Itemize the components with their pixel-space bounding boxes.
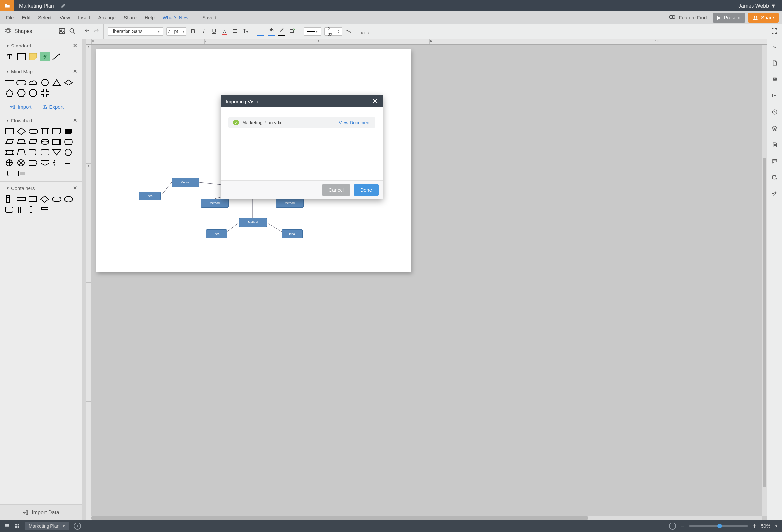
text-style-button[interactable]: T▾ xyxy=(242,28,249,35)
shape[interactable] xyxy=(5,127,14,136)
fill-bucket-button[interactable] xyxy=(268,27,275,36)
shape[interactable] xyxy=(64,138,73,146)
underline-button[interactable]: U xyxy=(210,28,218,35)
section-containers[interactable]: ▼ Containers ✕ xyxy=(0,182,82,193)
menu-edit[interactable]: Edit xyxy=(18,15,34,20)
share-button[interactable]: Share xyxy=(748,13,779,23)
shape[interactable] xyxy=(52,148,62,157)
cancel-button[interactable]: Cancel xyxy=(322,184,350,196)
shape[interactable] xyxy=(16,148,26,157)
layers-icon[interactable] xyxy=(771,124,779,132)
menu-share[interactable]: Share xyxy=(120,15,141,20)
shape[interactable] xyxy=(40,148,50,157)
shape[interactable] xyxy=(52,195,62,203)
connector-button[interactable] xyxy=(346,28,353,35)
theme-icon[interactable] xyxy=(771,141,779,149)
gear-icon[interactable] xyxy=(4,28,11,36)
shape[interactable] xyxy=(40,205,50,214)
menu-insert[interactable]: Insert xyxy=(74,15,95,20)
shape[interactable] xyxy=(40,127,50,136)
page-tab[interactable]: Marketing Plan ▼ xyxy=(25,522,69,530)
note-shape[interactable] xyxy=(28,52,38,61)
menu-select[interactable]: Select xyxy=(34,15,56,20)
present-button[interactable]: ▶ Present xyxy=(713,13,745,23)
import-button[interactable]: Import xyxy=(10,104,32,110)
shape[interactable] xyxy=(52,138,62,146)
done-button[interactable]: Done xyxy=(354,184,379,196)
shape[interactable] xyxy=(52,158,62,167)
shape[interactable] xyxy=(52,78,62,87)
presentation-icon[interactable] xyxy=(771,92,779,100)
more-icon[interactable]: ⋯ xyxy=(365,24,372,31)
text-color-button[interactable]: A xyxy=(221,29,228,34)
shape[interactable] xyxy=(28,195,38,203)
zoom-out-button[interactable]: − xyxy=(681,523,685,530)
add-page-button[interactable]: + xyxy=(74,523,81,530)
shape[interactable] xyxy=(5,158,14,167)
shape[interactable] xyxy=(5,138,14,146)
section-mindmap[interactable]: ▼ Mind Map ✕ xyxy=(0,65,82,76)
block-shape[interactable] xyxy=(16,52,26,61)
shape[interactable] xyxy=(16,205,26,214)
image-icon[interactable] xyxy=(58,28,66,36)
menu-arrange[interactable]: Arrange xyxy=(95,15,120,20)
line-color-button[interactable] xyxy=(278,27,285,36)
shape[interactable] xyxy=(16,127,26,136)
shape[interactable] xyxy=(5,89,14,97)
font-select[interactable]: Liberation Sans▼ xyxy=(107,27,163,36)
grid-view-icon[interactable] xyxy=(14,523,20,530)
shape[interactable] xyxy=(28,127,38,136)
panel-resize-handle[interactable] xyxy=(82,39,86,520)
magic-icon[interactable] xyxy=(771,190,779,198)
document-icon[interactable] xyxy=(771,59,779,67)
shape[interactable] xyxy=(5,78,14,87)
shape[interactable] xyxy=(16,169,26,178)
italic-button[interactable]: I xyxy=(200,28,207,35)
bold-button[interactable]: B xyxy=(189,28,197,35)
section-flowchart[interactable]: ▼ Flowchart ✕ xyxy=(0,114,82,125)
shape[interactable] xyxy=(28,148,38,157)
fullscreen-button[interactable] xyxy=(771,28,778,36)
redo-button[interactable] xyxy=(94,28,99,35)
hotspot-shape[interactable] xyxy=(40,52,50,61)
shape[interactable] xyxy=(40,138,50,146)
text-shape[interactable]: T xyxy=(5,52,14,61)
shape[interactable] xyxy=(64,195,73,203)
rename-icon[interactable] xyxy=(59,2,69,9)
data-icon[interactable] xyxy=(771,174,779,182)
user-menu[interactable]: James Webb ▼ xyxy=(733,3,782,9)
shape[interactable] xyxy=(16,195,26,203)
shape[interactable] xyxy=(16,89,26,97)
shape[interactable] xyxy=(5,148,14,157)
shape[interactable] xyxy=(64,78,73,87)
search-icon[interactable] xyxy=(69,28,76,36)
fill-shape-button[interactable] xyxy=(257,27,264,36)
shape[interactable] xyxy=(64,158,73,167)
history-icon[interactable] xyxy=(771,108,779,116)
shape[interactable] xyxy=(28,205,38,214)
export-button[interactable]: Export xyxy=(42,104,64,110)
shape[interactable] xyxy=(64,127,73,136)
shape[interactable] xyxy=(28,138,38,146)
undo-button[interactable] xyxy=(84,28,90,35)
whats-new-link[interactable]: What's New xyxy=(158,15,193,20)
menu-file[interactable]: File xyxy=(2,15,18,20)
shape[interactable] xyxy=(40,89,50,97)
shape[interactable] xyxy=(28,89,38,97)
shape[interactable] xyxy=(40,158,50,167)
shape[interactable] xyxy=(16,78,26,87)
close-icon[interactable]: ✕ xyxy=(372,97,378,106)
menu-help[interactable]: Help xyxy=(141,15,158,20)
line-shape[interactable] xyxy=(52,52,62,61)
section-standard[interactable]: ▼ Standard ✕ xyxy=(0,39,82,50)
import-data-button[interactable]: Import Data xyxy=(0,504,82,520)
shape[interactable] xyxy=(16,138,26,146)
zoom-in-button[interactable]: + xyxy=(752,523,756,530)
close-icon[interactable]: ✕ xyxy=(73,69,77,74)
collapse-panel-icon[interactable]: « xyxy=(771,43,779,50)
close-icon[interactable]: ✕ xyxy=(73,185,77,191)
zoom-slider[interactable] xyxy=(689,526,748,527)
chat-icon[interactable] xyxy=(771,157,779,165)
line-style-select[interactable]: ▼ xyxy=(304,27,321,36)
align-button[interactable] xyxy=(232,28,239,35)
